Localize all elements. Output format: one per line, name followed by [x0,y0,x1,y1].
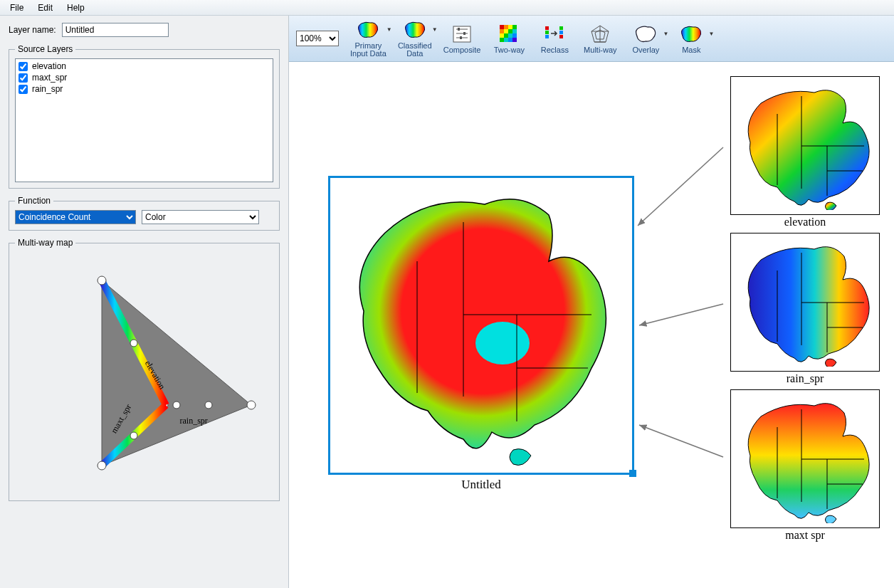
layer-name-input[interactable] [62,23,169,37]
svg-rect-31 [500,38,504,42]
primary-input-data-button[interactable]: ▼ PrimaryInput Data [350,19,386,58]
function-legend: Function [15,196,53,206]
sliders-icon [449,23,475,45]
menu-file[interactable]: File [3,1,31,14]
svg-rect-38 [559,26,563,30]
svg-rect-33 [508,38,512,42]
svg-rect-17 [463,32,466,35]
main-map-caption: Untitled [328,478,634,492]
function-select[interactable]: Coincidence Count [15,210,136,224]
svg-marker-0 [102,280,251,466]
main-map[interactable] [328,176,634,475]
thumb-caption: maxt spr [730,529,880,542]
menubar: File Edit Help [0,0,894,16]
menu-edit[interactable]: Edit [31,1,60,14]
svg-rect-39 [559,31,563,34]
svg-point-8 [130,340,137,347]
toolbar: 100% ▼ PrimaryInput Data ▼ Classif [289,16,894,62]
list-item[interactable]: maxt_spr [17,72,271,83]
toolbar-label: Overlay [632,46,659,54]
toolbar-label: Reclass [541,46,569,54]
thumb-caption: elevation [730,216,880,229]
svg-rect-28 [504,33,508,38]
layer-checkbox[interactable] [19,73,28,83]
svg-line-48 [639,425,723,457]
layer-name-label: Layer name: [9,25,56,35]
canvas[interactable]: Untitled elevation [289,62,894,588]
svg-point-49 [475,322,530,364]
thumb-caption: rain_spr [730,372,880,385]
radar-icon [587,23,613,45]
svg-rect-25 [508,29,512,33]
svg-rect-34 [512,38,517,42]
svg-rect-22 [512,25,517,29]
resize-handle[interactable] [629,470,636,477]
svg-rect-23 [500,29,504,33]
toolbar-label: Multi-way [584,46,616,54]
svg-point-6 [247,401,256,409]
australia-outline-icon [633,23,658,45]
list-item[interactable]: elevation [17,61,271,72]
svg-point-11 [173,401,180,409]
two-way-button[interactable]: Two-way [492,23,526,54]
source-layers-list[interactable]: elevation maxt_spr rain_spr [15,58,273,182]
layer-label: maxt_spr [32,73,67,83]
thumb-elevation[interactable] [730,76,880,215]
style-select[interactable]: Color [142,210,259,224]
layer-label: elevation [32,61,66,71]
australia-rainbow-icon [355,19,381,41]
multi-way-button[interactable]: Multi-way [583,23,617,54]
svg-point-10 [130,432,137,439]
svg-point-5 [98,276,106,285]
source-layers-fieldset: Source Layers elevation maxt_spr rain_sp… [9,44,280,189]
toolbar-label: Composite [443,46,481,54]
overlay-button[interactable]: ▼ Overlay [629,23,663,54]
menu-help[interactable]: Help [60,1,92,14]
list-item[interactable]: rain_spr [17,83,271,95]
svg-line-46 [638,147,723,226]
svg-rect-20 [504,25,508,29]
australia-classified-icon [402,19,428,41]
svg-line-47 [639,304,723,325]
svg-rect-29 [508,33,512,38]
svg-rect-21 [508,25,512,29]
reclass-icon [542,23,567,45]
chevron-down-icon: ▼ [708,31,714,37]
composite-button[interactable]: Composite [443,23,481,54]
thumb-rain[interactable] [730,233,880,372]
layer-checkbox[interactable] [19,62,28,71]
australia-mask-icon [678,23,704,45]
toolbar-label: Two-way [494,46,525,54]
mask-button[interactable]: ▼ Mask [674,23,708,54]
svg-rect-32 [504,38,508,42]
left-panel: Layer name: Source Layers elevation maxt… [0,16,289,588]
layer-checkbox[interactable] [19,85,28,94]
multiway-fieldset: Multi-way map [9,238,280,501]
classified-data-button[interactable]: ▼ ClassifiedData [398,19,432,58]
right-panel: 100% ▼ PrimaryInput Data ▼ Classif [289,16,894,588]
layer-label: rain_spr [32,84,63,94]
chevron-down-icon: ▼ [663,31,668,37]
svg-rect-24 [504,29,508,33]
toolbar-label: Mask [682,46,700,54]
thumb-maxt[interactable] [730,389,880,528]
svg-rect-35 [545,26,549,30]
chevron-down-icon: ▼ [432,26,438,33]
svg-rect-37 [545,35,549,38]
color-matrix-icon [496,23,522,45]
svg-rect-19 [500,25,504,29]
svg-rect-40 [559,35,563,38]
svg-rect-36 [545,31,549,34]
reclass-button[interactable]: Reclass [537,23,572,54]
svg-rect-26 [512,29,517,33]
svg-point-7 [98,461,106,470]
svg-rect-12 [453,26,470,42]
multiway-legend: Multi-way map [15,238,75,248]
triangle-label-rain: rain_spr [180,416,208,426]
svg-rect-27 [500,33,504,38]
svg-point-9 [205,401,212,409]
zoom-select[interactable]: 100% [296,31,339,46]
multiway-triangle[interactable]: elevation rain_spr maxt_spr [16,252,273,494]
svg-rect-16 [458,28,460,31]
svg-rect-18 [460,36,462,39]
